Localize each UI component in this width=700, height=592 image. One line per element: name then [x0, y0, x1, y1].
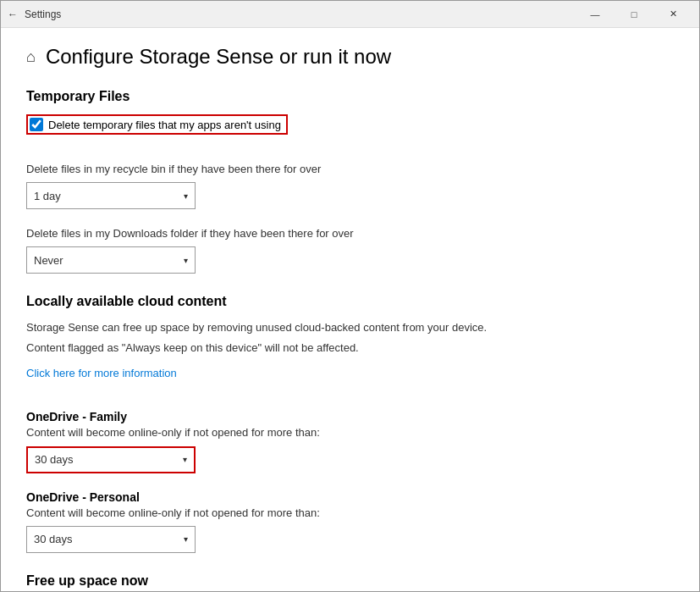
cloud-info-link[interactable]: Click here for more information [26, 367, 177, 379]
cloud-content-section: Locally available cloud content Storage … [26, 294, 674, 552]
content-area: ⌂ Configure Storage Sense or run it now … [1, 28, 699, 591]
onedrive-family-arrow-icon: ▾ [183, 455, 187, 464]
window-controls: — □ ✕ [576, 1, 692, 28]
minimize-button[interactable]: — [576, 1, 615, 28]
onedrive-personal-arrow-icon: ▾ [184, 534, 188, 544]
onedrive-family-value: 30 days [35, 453, 74, 466]
temporary-files-section: Temporary Files Delete temporary files t… [26, 89, 674, 274]
delete-temp-files-row: Delete temporary files that my apps aren… [26, 114, 674, 135]
back-button[interactable]: ← [8, 8, 18, 20]
onedrive-family-title: OneDrive - Family [26, 410, 674, 423]
onedrive-family-dropdown[interactable]: 30 days ▾ [26, 446, 196, 473]
close-button[interactable]: ✕ [653, 1, 692, 28]
recycle-bin-arrow-icon: ▾ [184, 191, 188, 201]
delete-temp-files-checkbox-wrapper[interactable]: Delete temporary files that my apps aren… [26, 114, 288, 135]
cloud-info-line2: Content flagged as "Always keep on this … [26, 340, 674, 357]
maximize-button[interactable]: □ [615, 1, 653, 28]
downloads-dropdown[interactable]: Never ▾ [26, 246, 196, 274]
page-header: ⌂ Configure Storage Sense or run it now [26, 45, 674, 69]
recycle-bin-dropdown[interactable]: 1 day ▾ [26, 182, 196, 209]
onedrive-family-label: Content will become online-only if not o… [26, 425, 674, 440]
onedrive-personal-value: 30 days [34, 533, 73, 545]
recycle-bin-value: 1 day [34, 190, 61, 202]
home-icon[interactable]: ⌂ [26, 48, 36, 66]
downloads-label: Delete files in my Downloads folder if t… [26, 226, 674, 241]
free-up-space-section: Free up space now If you're low on space… [26, 573, 674, 591]
onedrive-personal-label: Content will become online-only if not o… [26, 506, 674, 521]
onedrive-personal-title: OneDrive - Personal [26, 490, 674, 504]
free-up-space-title: Free up space now [26, 573, 674, 589]
titlebar: ← Settings — □ ✕ [1, 1, 699, 28]
temporary-files-title: Temporary Files [26, 89, 674, 104]
recycle-bin-label: Delete files in my recycle bin if they h… [26, 162, 674, 177]
onedrive-personal-dropdown[interactable]: 30 days ▾ [26, 526, 196, 553]
settings-window: ← Settings — □ ✕ ⌂ Configure Storage Sen… [0, 0, 700, 592]
window-title: Settings [25, 8, 61, 20]
page-title: Configure Storage Sense or run it now [46, 45, 391, 69]
downloads-arrow-icon: ▾ [184, 256, 188, 265]
delete-temp-files-label: Delete temporary files that my apps aren… [48, 119, 281, 131]
downloads-value: Never [34, 254, 63, 267]
delete-temp-files-checkbox[interactable] [30, 118, 43, 131]
onedrive-family-section: OneDrive - Family Content will become on… [26, 410, 674, 473]
cloud-content-title: Locally available cloud content [26, 294, 674, 309]
onedrive-personal-section: OneDrive - Personal Content will become … [26, 490, 674, 553]
cloud-info-line1: Storage Sense can free up space by remov… [26, 319, 674, 336]
